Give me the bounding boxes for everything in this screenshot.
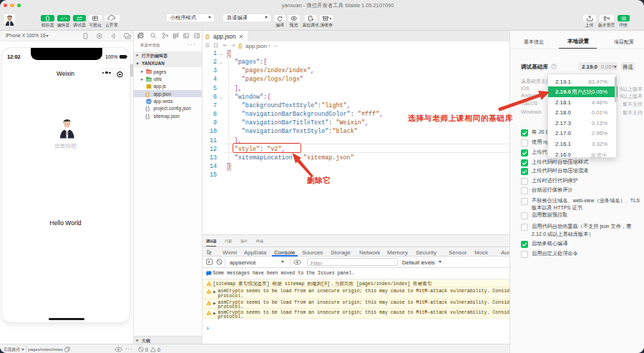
svg-text:JS: JS [147,85,150,89]
svg-text:?: ? [553,64,555,68]
svg-text:</>: </> [59,16,67,21]
